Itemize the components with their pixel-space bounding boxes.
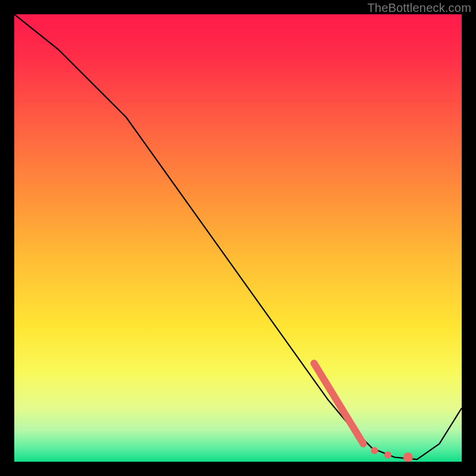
- gradient-background: [14, 14, 462, 462]
- salmon-dot-1: [371, 447, 378, 454]
- watermark-text: TheBottleneck.com: [367, 1, 471, 15]
- chart-svg: [14, 14, 462, 462]
- salmon-dot-2: [384, 452, 392, 459]
- salmon-dot-3: [403, 453, 413, 462]
- plot-area: [14, 14, 462, 462]
- chart-root: TheBottleneck.com: [0, 0, 476, 476]
